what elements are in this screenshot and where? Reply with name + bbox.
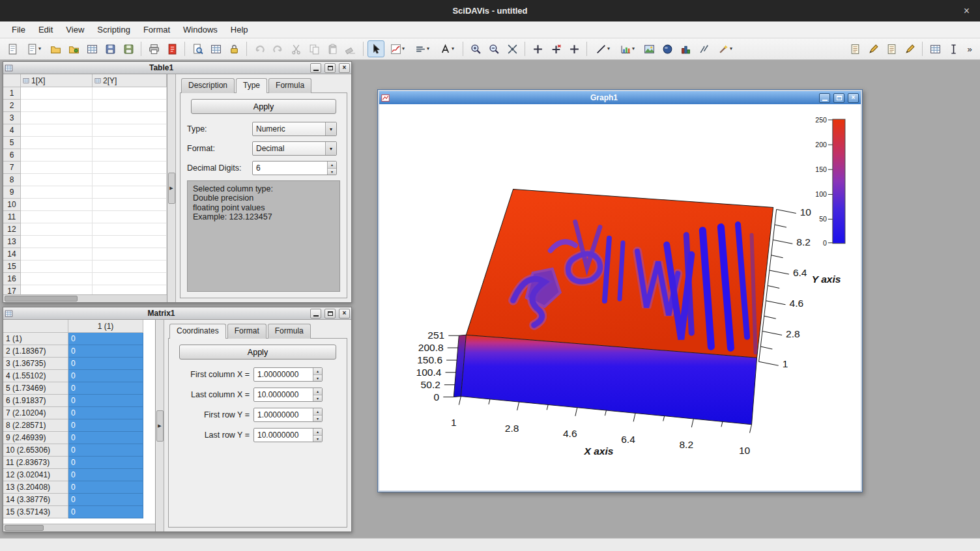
decimal-digits-spinbox[interactable]: 6 ▴▾	[252, 161, 337, 175]
row-header[interactable]: 1	[3, 87, 21, 100]
matrix-cell[interactable]: 0	[68, 506, 143, 518]
add-curve-dropdown-button[interactable]: ▾	[386, 40, 409, 57]
edit-column-button[interactable]	[945, 40, 962, 57]
new-aspect-dropdown-button[interactable]: ▾	[22, 40, 46, 57]
paste-button[interactable]	[324, 40, 341, 57]
matrix-row-header[interactable]: 10 (2.65306)	[3, 444, 68, 457]
maximize-button[interactable]	[833, 93, 844, 103]
table-cell[interactable]	[93, 137, 167, 149]
table-cell[interactable]	[93, 261, 167, 273]
apply-button[interactable]: Apply	[179, 345, 336, 360]
table-row[interactable]: 11	[3, 211, 167, 223]
matrix-row-header[interactable]: 14 (3.38776)	[3, 494, 68, 506]
surface-plot[interactable]: 251 200.8 150.6 100.4 50.2 0 1 2.8 4.6 6…	[379, 104, 861, 490]
table-cell[interactable]	[21, 186, 93, 199]
matrix-row[interactable]: 11 (2.83673) 0	[3, 457, 155, 469]
table-cell[interactable]	[93, 124, 167, 137]
matrix-cell[interactable]: 0	[68, 419, 143, 432]
redo-button[interactable]	[269, 40, 286, 57]
matrix-cell[interactable]: 0	[68, 358, 143, 370]
table-row[interactable]: 6	[3, 149, 167, 162]
script-console-button[interactable]	[846, 40, 863, 57]
app-close-icon[interactable]: ×	[964, 0, 970, 21]
matrix-cell[interactable]: 0	[68, 432, 143, 444]
table-cell[interactable]	[21, 174, 93, 186]
matrix-row-header[interactable]: 13 (3.20408)	[3, 481, 68, 494]
table-row[interactable]: 12	[3, 223, 167, 236]
maximize-button[interactable]	[324, 309, 336, 318]
matrix-row[interactable]: 10 (2.65306) 0	[3, 444, 155, 457]
matrix-row[interactable]: 7 (2.10204) 0	[3, 407, 155, 419]
matrix-row-header[interactable]: 8 (2.28571)	[3, 419, 68, 432]
matrix-corner-cell[interactable]	[3, 320, 68, 333]
matrix-row[interactable]: 12 (3.02041) 0	[3, 469, 155, 481]
spin-down-icon[interactable]: ▾	[313, 375, 322, 382]
spin-down-icon[interactable]: ▾	[313, 395, 322, 402]
matrix-cell[interactable]: 0	[68, 444, 143, 457]
matrix-row[interactable]: 5 (1.73469) 0	[3, 382, 155, 395]
project-explorer-button[interactable]	[189, 40, 206, 57]
select-data-range-button[interactable]	[566, 40, 583, 57]
spin-down-icon[interactable]: ▾	[313, 416, 322, 422]
row-header[interactable]: 7	[3, 162, 21, 174]
new-project-button[interactable]	[4, 40, 21, 57]
table-cell[interactable]	[21, 236, 93, 248]
draw-line-dropdown-button[interactable]: ▾	[591, 40, 614, 57]
coordinate-spinbox[interactable]: 10.0000000 ▴▾	[253, 388, 323, 402]
matrix-row[interactable]: 3 (1.36735) 0	[3, 358, 155, 370]
matrix-row[interactable]: 6 (1.91837) 0	[3, 395, 155, 407]
table-row[interactable]: 4	[3, 124, 167, 137]
horizontal-scrollbar[interactable]	[3, 524, 155, 531]
delete-selection-button[interactable]	[342, 40, 359, 57]
move-data-points-button[interactable]	[529, 40, 546, 57]
collapse-panel-button[interactable]: ▶	[156, 410, 164, 442]
matrix1-grid[interactable]: 1 (1) 1 (1) 0 2 (1.18367) 0 3 (1.36735) …	[3, 320, 156, 531]
menu-format[interactable]: Format	[137, 22, 177, 37]
row-header[interactable]: 14	[3, 248, 21, 261]
table-cell[interactable]	[93, 248, 167, 261]
table-cell[interactable]	[21, 248, 93, 261]
table-row[interactable]: 7	[3, 162, 167, 174]
matrix-row-header[interactable]: 6 (1.91837)	[3, 395, 68, 407]
matrix-cell[interactable]: 0	[68, 407, 143, 419]
table-cell[interactable]	[93, 87, 167, 100]
new-table-button[interactable]	[927, 40, 944, 57]
copy-button[interactable]	[306, 40, 323, 57]
table-row[interactable]: 9	[3, 186, 167, 199]
row-header[interactable]: 2	[3, 100, 21, 112]
tab-description[interactable]: Description	[181, 78, 235, 93]
matrix-row-header[interactable]: 11 (2.83673)	[3, 457, 68, 469]
row-header[interactable]: 15	[3, 261, 21, 273]
log-info-button[interactable]	[901, 40, 918, 57]
menu-view[interactable]: View	[59, 22, 91, 37]
matrix1-titlebar[interactable]: Matrix1 ×	[3, 307, 351, 320]
matrix-row-header[interactable]: 3 (1.36735)	[3, 358, 68, 370]
table-cell[interactable]	[93, 174, 167, 186]
matrix-cell[interactable]: 0	[68, 457, 143, 469]
table-cell[interactable]	[93, 273, 167, 285]
spin-up-icon[interactable]: ▴	[328, 162, 336, 169]
table-row[interactable]: 2	[3, 100, 167, 112]
zoom-in-button[interactable]	[467, 40, 484, 57]
undo-button[interactable]	[251, 40, 268, 57]
matrix-row[interactable]: 8 (2.28571) 0	[3, 419, 155, 432]
add-legend-dropdown-button[interactable]: ▾	[411, 40, 434, 57]
matrix-cell[interactable]: 0	[68, 494, 143, 506]
matrix-cell[interactable]: 0	[68, 382, 143, 395]
tab-type[interactable]: Type	[236, 78, 267, 93]
matrix-row-header[interactable]: 15 (3.57143)	[3, 506, 68, 518]
matrix-row-header[interactable]: 7 (2.10204)	[3, 407, 68, 419]
coordinate-spinbox[interactable]: 1.00000000 ▴▾	[253, 408, 323, 422]
table-cell[interactable]	[21, 273, 93, 285]
menu-edit[interactable]: Edit	[32, 22, 59, 37]
plot-vectors-button[interactable]	[695, 40, 712, 57]
edit-function-button[interactable]	[865, 40, 882, 57]
minimize-button[interactable]	[310, 309, 321, 318]
table-row[interactable]: 14	[3, 248, 167, 261]
tab-formula[interactable]: Formula	[268, 324, 311, 339]
format-combobox[interactable]: Decimal ▾	[252, 141, 337, 156]
table-cell[interactable]	[21, 87, 93, 100]
table-cell[interactable]	[21, 149, 93, 162]
menu-windows[interactable]: Windows	[177, 22, 224, 37]
table-row[interactable]: 1	[3, 87, 167, 100]
